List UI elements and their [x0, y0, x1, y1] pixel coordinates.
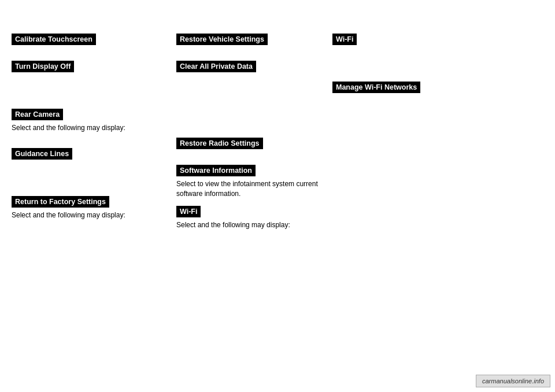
- turn-display-off-block: Turn Display Off: [12, 53, 165, 74]
- wifi-col3-header[interactable]: Wi-Fi: [332, 34, 357, 45]
- manage-wifi-header[interactable]: Manage Wi-Fi Networks: [332, 82, 420, 93]
- software-information-block: Software Information Select to view the …: [176, 157, 321, 200]
- manage-wifi-block: Manage Wi-Fi Networks: [332, 53, 506, 95]
- clear-private-data-header[interactable]: Clear All Private Data: [176, 61, 256, 72]
- wifi-col2-header[interactable]: Wi-Fi: [176, 206, 201, 217]
- column-1: Calibrate Touchscreen Turn Display Off R…: [12, 17, 165, 236]
- column-3: Wi-Fi Manage Wi-Fi Networks: [332, 17, 506, 236]
- software-information-desc: Select to view the infotainment system c…: [176, 178, 321, 200]
- return-factory-settings-desc: Select and the following may display:: [12, 209, 165, 221]
- rear-camera-desc: Select and the following may display:: [12, 122, 165, 134]
- turn-display-off-header[interactable]: Turn Display Off: [12, 61, 74, 72]
- wifi-col2-desc: Select and the following may display:: [176, 219, 321, 231]
- wifi-col2-block: Wi-Fi Select and the following may displ…: [176, 206, 321, 231]
- calibrate-touchscreen-block: Calibrate Touchscreen: [12, 17, 165, 47]
- column-2: Restore Vehicle Settings Clear All Priva…: [176, 17, 321, 236]
- restore-vehicle-settings-block: Restore Vehicle Settings: [176, 17, 321, 47]
- guidance-lines-block: Guidance Lines: [12, 140, 165, 161]
- main-content: Calibrate Touchscreen Turn Display Off R…: [12, 17, 543, 236]
- calibrate-touchscreen-header[interactable]: Calibrate Touchscreen: [12, 34, 96, 45]
- return-factory-settings-header[interactable]: Return to Factory Settings: [12, 196, 109, 208]
- rear-camera-block: Rear Camera Select and the following may…: [12, 80, 165, 134]
- software-information-header[interactable]: Software Information: [176, 165, 256, 176]
- restore-radio-settings-block: Restore Radio Settings: [176, 80, 321, 151]
- guidance-lines-header[interactable]: Guidance Lines: [12, 148, 72, 160]
- return-factory-settings-block: Return to Factory Settings Select and th…: [12, 167, 165, 221]
- restore-radio-settings-header[interactable]: Restore Radio Settings: [176, 138, 263, 149]
- rear-camera-header[interactable]: Rear Camera: [12, 109, 63, 120]
- page-container: Calibrate Touchscreen Turn Display Off R…: [0, 0, 555, 392]
- watermark: carmanualsonline.info: [476, 375, 550, 387]
- clear-private-data-block: Clear All Private Data: [176, 53, 321, 74]
- wifi-col3-block: Wi-Fi: [332, 17, 506, 47]
- restore-vehicle-settings-header[interactable]: Restore Vehicle Settings: [176, 34, 268, 45]
